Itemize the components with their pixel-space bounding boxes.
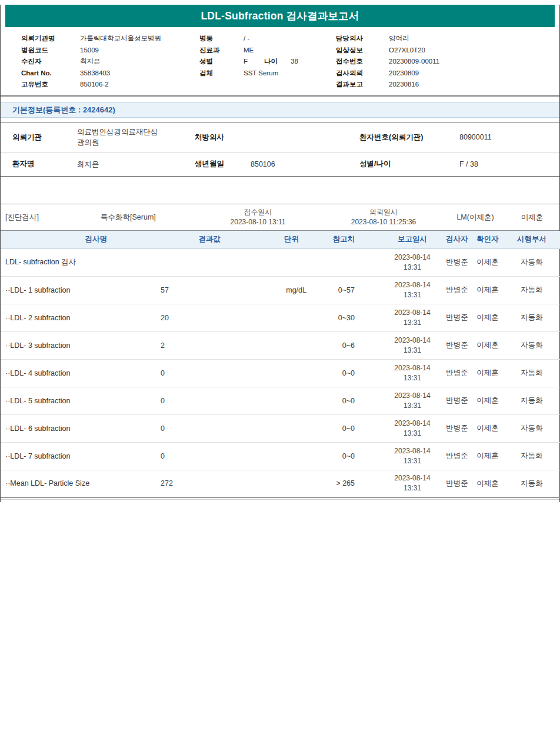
table-row: 의뢰기관 의료법인삼광의료재단삼광의원 처방의사 환자번호(의뢰기관) 8090… xyxy=(1,122,559,152)
column-header-reported: 보고일시 xyxy=(359,231,442,248)
field-label: 병원코드 xyxy=(21,45,80,57)
field-label: Chart No. xyxy=(21,68,80,79)
cell-reported: 2023-08-14 13:31 xyxy=(359,304,442,331)
cell-reference: 0~6 xyxy=(315,331,359,359)
field-value: 가톨릭대학교서울성모병원 xyxy=(80,33,161,45)
header-field: 고유번호850106-2 xyxy=(21,79,199,91)
cell-reference: 0~30 xyxy=(315,304,359,331)
field-value: F xyxy=(244,56,248,68)
field-value: / - xyxy=(244,33,249,45)
cell-tester: 반병준 xyxy=(442,248,472,276)
header-field: 담당의사양여리 xyxy=(336,33,559,45)
header-field: 의뢰기관명가톨릭대학교서울성모병원 xyxy=(21,33,199,45)
table-row: ··LDL- 7 subfraction00~02023-08-14 13:31… xyxy=(1,442,560,470)
field-label: 생년월일 xyxy=(187,152,246,177)
field-value: 양여리 xyxy=(389,33,409,45)
reported-datetime: 2023-08-14 13:31 xyxy=(389,391,436,411)
results-table: 검사명 결과값 단위 참고치 보고일시 검사자 확인자 시행부서 LDL- su… xyxy=(1,231,560,498)
table-row: ··LDL- 5 subfraction00~02023-08-14 13:31… xyxy=(1,387,560,414)
header-field: 병원코드15009 xyxy=(21,45,199,57)
cell-result: 0 xyxy=(136,414,248,442)
cell-reference: > 265 xyxy=(315,470,359,497)
field-value: 최지은 xyxy=(80,56,101,68)
reported-datetime: 2023-08-14 13:31 xyxy=(389,419,436,439)
column-header-department: 시행부서 xyxy=(503,231,560,248)
field-value: 850106 xyxy=(246,152,355,177)
header-field: 검체SST Serum xyxy=(199,68,336,79)
cell-verifier: 이제훈 xyxy=(472,414,503,442)
field-value: SST Serum xyxy=(244,68,278,79)
header-field: 병동/ - xyxy=(199,33,336,45)
field-label: 임상정보 xyxy=(336,45,389,57)
table-row: LDL- subfraction 검사2023-08-14 13:31반병준이제… xyxy=(1,248,560,276)
cell-verifier: 이제훈 xyxy=(472,359,503,387)
field-label: 처방의사 xyxy=(187,122,246,152)
field-label: 검사의뢰 xyxy=(336,68,389,79)
cell-name: LDL- subfraction 검사 xyxy=(1,248,136,276)
table-row: ··LDL- 1 subfraction57mg/dL0~572023-08-1… xyxy=(1,276,560,304)
cell-unit xyxy=(248,304,315,331)
table-end-line xyxy=(1,499,559,500)
field-value: O27XL0T20 xyxy=(389,45,425,57)
field-label: 의뢰기관명 xyxy=(21,33,80,45)
reported-datetime: 2023-08-14 13:31 xyxy=(389,473,436,493)
header-column-middle: 병동/ -진료과ME성별F나이38검체SST Serum xyxy=(199,33,336,91)
performing-lab: LM(이제훈) xyxy=(446,213,505,223)
receipt-value: 2023-08-10 13:11 xyxy=(195,217,321,227)
cell-verifier: 이제훈 xyxy=(472,276,503,304)
cell-name: ··LDL- 1 subfraction xyxy=(1,276,136,304)
field-label: 수진자 xyxy=(21,56,80,68)
test-category: [진단검사] xyxy=(1,213,101,223)
request-value: 2023-08-10 11:25:36 xyxy=(321,217,446,227)
cell-name: ··LDL- 2 subfraction xyxy=(1,304,136,331)
cell-unit xyxy=(248,414,315,442)
cell-tester: 반병준 xyxy=(442,442,472,470)
field-label: 진료과 xyxy=(199,45,244,57)
column-header-test-name: 검사명 xyxy=(1,231,136,248)
cell-reported: 2023-08-14 13:31 xyxy=(359,248,442,276)
header-field: 성별F나이38 xyxy=(199,56,336,68)
header-field: 진료과ME xyxy=(199,45,336,57)
cell-tester: 반병준 xyxy=(442,276,472,304)
field-value: 15009 xyxy=(80,45,99,57)
reported-datetime: 2023-08-14 13:31 xyxy=(389,280,436,300)
cell-unit xyxy=(248,470,315,497)
field-label: 고유번호 xyxy=(21,79,80,91)
field-label: 검체 xyxy=(199,68,244,79)
cell-result: 272 xyxy=(136,470,248,497)
cell-verifier: 이제훈 xyxy=(472,304,503,331)
reported-datetime: 2023-08-14 13:31 xyxy=(389,336,436,356)
cell-result xyxy=(136,248,248,276)
cell-department: 자동화 xyxy=(503,387,560,414)
cell-result: 57 xyxy=(136,276,248,304)
field-label: 성별/나이 xyxy=(355,152,454,177)
field-value: 20230809-00011 xyxy=(389,56,439,68)
cell-verifier: 이제훈 xyxy=(472,470,503,497)
cell-department: 자동화 xyxy=(503,248,560,276)
field-value: 35838403 xyxy=(80,68,110,79)
test-group: 특수화학[Serum] xyxy=(101,213,195,223)
basic-info-table: 의뢰기관 의료법인삼광의료재단삼광의원 처방의사 환자번호(의뢰기관) 8090… xyxy=(1,122,559,178)
cell-unit: mg/dL xyxy=(248,276,315,304)
header-column-left: 의뢰기관명가톨릭대학교서울성모병원병원코드15009수진자최지은Chart No… xyxy=(21,33,199,91)
cell-verifier: 이제훈 xyxy=(472,248,503,276)
column-header-result: 결과값 xyxy=(136,231,248,248)
cell-department: 자동화 xyxy=(503,331,560,359)
request-datetime-block: 의뢰일시 2023-08-10 11:25:36 xyxy=(321,207,446,227)
field-label: 성별 xyxy=(199,56,244,68)
receipt-label: 접수일시 xyxy=(195,207,321,217)
reported-datetime: 2023-08-14 13:31 xyxy=(389,308,436,328)
field-label: 나이 xyxy=(264,56,278,68)
cell-result: 0 xyxy=(136,359,248,387)
column-header-verifier: 확인자 xyxy=(472,231,503,248)
field-label: 의뢰기관 xyxy=(1,122,66,152)
cell-name: ··LDL- 4 subfraction xyxy=(1,359,136,387)
field-value: 20230816 xyxy=(389,79,419,91)
field-value: F / 38 xyxy=(454,152,559,177)
cell-tester: 반병준 xyxy=(442,331,472,359)
column-header-unit: 단위 xyxy=(248,231,315,248)
field-value: 850106-2 xyxy=(80,79,109,91)
results-header-row: 검사명 결과값 단위 참고치 보고일시 검사자 확인자 시행부서 xyxy=(1,231,560,248)
cell-name: ··LDL- 3 subfraction xyxy=(1,331,136,359)
patient-header-info: 의뢰기관명가톨릭대학교서울성모병원병원코드15009수진자최지은Chart No… xyxy=(1,27,559,91)
